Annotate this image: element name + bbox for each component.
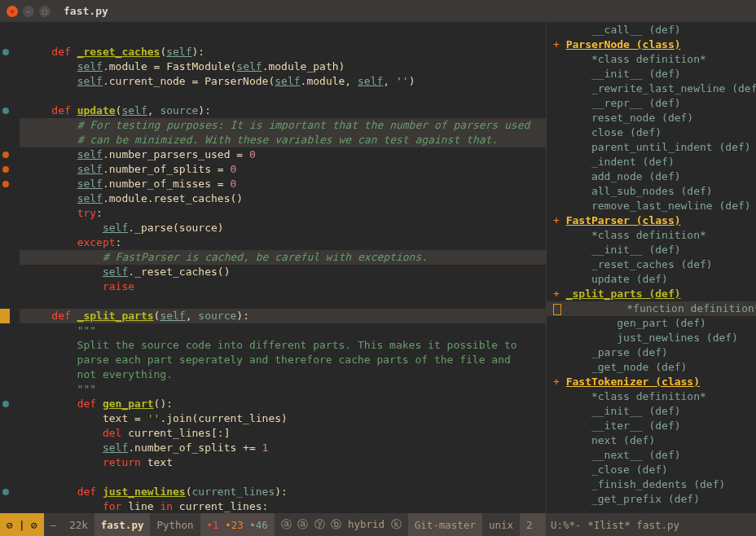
maximize-icon[interactable]: □	[39, 6, 51, 17]
code-line[interactable]: self._parse(source)	[20, 221, 546, 235]
outline-item[interactable]: + _split_parts (def)	[547, 287, 756, 301]
gutter-dot-icon	[2, 108, 9, 114]
gutter-mark	[0, 279, 20, 294]
gutter-dot-icon	[2, 152, 9, 158]
status-mode-sep: –	[44, 513, 64, 536]
expand-icon[interactable]: +	[553, 214, 566, 226]
code-line[interactable]: # can be minimized. With these variables…	[20, 133, 546, 147]
outline-item[interactable]: __init__ (def)	[547, 67, 756, 81]
outline-item[interactable]: _rewrite_last_newline (def)	[547, 81, 756, 96]
code-line[interactable]: self.current_node = ParserNode(self.modu…	[20, 74, 546, 89]
code-line[interactable]: # FastParser is cached, be careful with …	[20, 250, 546, 265]
outline-label: _indent (def)	[591, 156, 675, 168]
code-line[interactable]: for line in current_lines:	[20, 499, 546, 513]
outline-item[interactable]: *class definition*	[547, 389, 756, 404]
code-line[interactable]: raise	[20, 279, 546, 294]
code-area[interactable]: def _reset_caches(self): self.module = F…	[20, 23, 546, 513]
outline-sidebar[interactable]: __call__ (def)+ ParserNode (class) *clas…	[546, 23, 756, 513]
expand-icon[interactable]: +	[553, 288, 566, 300]
outline-item[interactable]: *class definition*	[547, 228, 756, 243]
outline-item[interactable]: all_sub_nodes (def)	[547, 184, 756, 199]
code-line[interactable]: self.number_of_splits += 1	[20, 441, 546, 455]
outline-item[interactable]: + FastParser (class)	[547, 213, 756, 228]
code-line[interactable]: parse each part seperately and therefore…	[20, 353, 546, 367]
code-line[interactable]: text = ''.join(current_lines)	[20, 411, 546, 426]
outline-label: _get_node (def)	[591, 361, 687, 373]
expand-icon[interactable]: +	[553, 38, 566, 51]
code-line[interactable]: try:	[20, 206, 546, 221]
outline-item[interactable]: __init__ (def)	[547, 243, 756, 257]
code-line[interactable]	[20, 30, 546, 45]
outline-item[interactable]: reset_node (def)	[547, 111, 756, 125]
code-line[interactable]: not everything.	[20, 367, 546, 382]
code-editor[interactable]: def _reset_caches(self): self.module = F…	[0, 23, 546, 513]
code-line[interactable]: self.module = FastModule(self.module_pat…	[20, 59, 546, 74]
outline-item[interactable]: add_node (def)	[547, 169, 756, 184]
outline-item[interactable]: just_newlines (def)	[547, 331, 756, 345]
outline-label: __call__ (def)	[591, 24, 681, 36]
code-line[interactable]: Split the source code into different par…	[20, 338, 546, 353]
outline-label: __next__ (def)	[591, 449, 681, 461]
outline-item[interactable]: __call__ (def)	[547, 23, 756, 37]
code-line[interactable]: return text	[20, 455, 546, 470]
outline-item[interactable]: next (def)	[547, 433, 756, 448]
outline-item[interactable]: + ParserNode (class)	[547, 37, 756, 52]
code-line[interactable]: def gen_part():	[20, 397, 546, 411]
code-line[interactable]: # For testing purposes: It is important …	[20, 118, 546, 133]
code-line[interactable]: self._reset_caches()	[20, 265, 546, 279]
outline-item[interactable]: _finish_dedents (def)	[547, 477, 756, 492]
code-line[interactable]: def _split_parts(self, source):	[20, 309, 546, 323]
outline-item[interactable]: _reset_caches (def)	[547, 257, 756, 272]
outline-label: reset_node (def)	[591, 112, 693, 124]
code-line[interactable]: self.number_of_misses = 0	[20, 177, 546, 191]
outline-label: *function definition*	[626, 302, 756, 314]
expand-icon[interactable]: +	[553, 376, 566, 388]
outline-label: _finish_dedents (def)	[591, 478, 725, 490]
code-line[interactable]: """	[20, 323, 546, 338]
gutter-mark	[0, 265, 20, 279]
outline-item[interactable]: + FastTokenizer (class)	[547, 375, 756, 389]
outline-item[interactable]: gen_part (def)	[547, 316, 756, 331]
gutter-mark	[0, 118, 20, 133]
outline-item[interactable]: parent_until_indent (def)	[547, 140, 756, 155]
outline-label: _parse (def)	[591, 346, 668, 358]
code-line[interactable]: del current_lines[:]	[20, 426, 546, 441]
gutter-mark	[0, 235, 20, 250]
minimize-icon[interactable]: −	[23, 6, 34, 17]
code-line[interactable]: def update(self, source):	[20, 103, 546, 118]
gutter-mark	[0, 426, 20, 441]
outline-item[interactable]: __init__ (def)	[547, 404, 756, 419]
outline-item[interactable]: *class definition*	[547, 52, 756, 67]
gutter-mark	[0, 323, 20, 338]
outline-item[interactable]: remove_last_newline (def)	[547, 199, 756, 213]
code-line[interactable]: """	[20, 382, 546, 397]
code-line[interactable]	[20, 89, 546, 103]
outline-label: _split_parts (def)	[566, 288, 681, 300]
code-line[interactable]: def _reset_caches(self):	[20, 45, 546, 59]
code-line[interactable]: self.number_of_splits = 0	[20, 162, 546, 177]
outline-item[interactable]: *function definition*	[547, 301, 756, 316]
code-line[interactable]	[20, 294, 546, 309]
outline-item[interactable]: _get_node (def)	[547, 360, 756, 375]
outline-item[interactable]: __next__ (def)	[547, 448, 756, 463]
outline-item[interactable]: __repr__ (def)	[547, 96, 756, 111]
outline-item[interactable]: _indent (def)	[547, 155, 756, 169]
outline-label: *class definition*	[591, 390, 706, 402]
code-line[interactable]: except:	[20, 235, 546, 250]
outline-label: __init__ (def)	[591, 405, 681, 417]
outline-item[interactable]: _close (def)	[547, 463, 756, 477]
status-filesize: 22k	[63, 513, 94, 536]
gutter-mark	[0, 177, 20, 191]
close-icon[interactable]: ×	[7, 6, 18, 17]
code-line[interactable]	[20, 470, 546, 485]
outline-item[interactable]: _parse (def)	[547, 345, 756, 360]
outline-item[interactable]: _get_prefix (def)	[547, 492, 756, 507]
status-syntastic: •1 •23 •46	[200, 513, 275, 536]
outline-item[interactable]: __iter__ (def)	[547, 419, 756, 433]
code-line[interactable]: def just_newlines(current_lines):	[20, 485, 546, 499]
workspace: def _reset_caches(self): self.module = F…	[0, 23, 756, 513]
code-line[interactable]: self.number_parsers_used = 0	[20, 147, 546, 162]
code-line[interactable]: self.module.reset_caches()	[20, 191, 546, 206]
outline-item[interactable]: close (def)	[547, 125, 756, 140]
outline-item[interactable]: update (def)	[547, 272, 756, 287]
